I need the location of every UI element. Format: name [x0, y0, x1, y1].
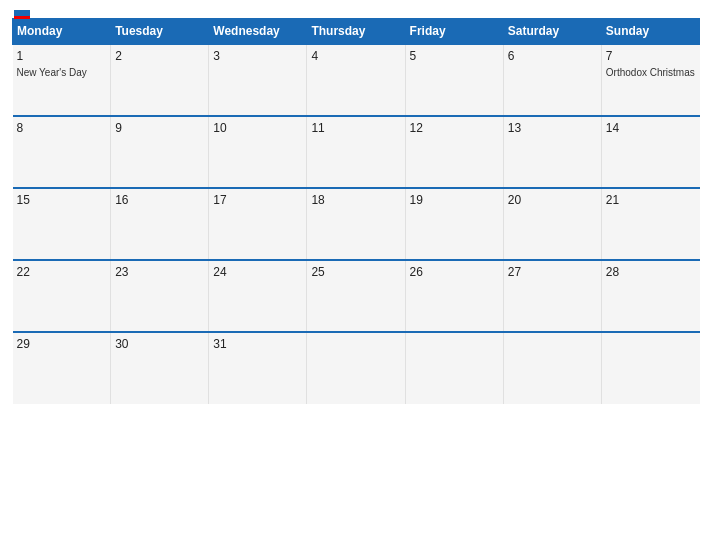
day-number: 14 [606, 121, 696, 135]
calendar-cell: 5 [405, 44, 503, 116]
calendar-tbody: 1New Year's Day234567Orthodox Christmas8… [13, 44, 700, 404]
svg-rect-1 [14, 16, 30, 19]
svg-rect-2 [14, 19, 30, 22]
day-number: 2 [115, 49, 204, 63]
calendar-cell: 9 [111, 116, 209, 188]
week-row-2: 891011121314 [13, 116, 700, 188]
calendar-cell [601, 332, 699, 404]
day-number: 16 [115, 193, 204, 207]
calendar-container: MondayTuesdayWednesdayThursdayFridaySatu… [0, 0, 712, 550]
day-number: 22 [17, 265, 107, 279]
day-number: 1 [17, 49, 107, 63]
week-row-5: 293031 [13, 332, 700, 404]
calendar-cell: 22 [13, 260, 111, 332]
weekday-header-friday: Friday [405, 19, 503, 45]
logo-flag-icon [14, 10, 30, 22]
calendar-cell: 12 [405, 116, 503, 188]
day-number: 5 [410, 49, 499, 63]
day-number: 27 [508, 265, 597, 279]
day-number: 15 [17, 193, 107, 207]
day-number: 3 [213, 49, 302, 63]
logo [12, 10, 30, 22]
day-number: 29 [17, 337, 107, 351]
calendar-cell: 29 [13, 332, 111, 404]
day-number: 7 [606, 49, 696, 63]
calendar-cell: 1New Year's Day [13, 44, 111, 116]
calendar-cell: 17 [209, 188, 307, 260]
day-number: 13 [508, 121, 597, 135]
day-number: 21 [606, 193, 696, 207]
calendar-cell: 31 [209, 332, 307, 404]
weekday-header-monday: Monday [13, 19, 111, 45]
calendar-cell: 7Orthodox Christmas [601, 44, 699, 116]
calendar-thead: MondayTuesdayWednesdayThursdayFridaySatu… [13, 19, 700, 45]
calendar-cell: 20 [503, 188, 601, 260]
weekday-header-thursday: Thursday [307, 19, 405, 45]
day-number: 17 [213, 193, 302, 207]
day-number: 9 [115, 121, 204, 135]
weekday-header-saturday: Saturday [503, 19, 601, 45]
day-number: 26 [410, 265, 499, 279]
holiday-label: New Year's Day [17, 67, 87, 78]
calendar-cell: 2 [111, 44, 209, 116]
calendar-cell: 15 [13, 188, 111, 260]
day-number: 24 [213, 265, 302, 279]
calendar-cell: 25 [307, 260, 405, 332]
calendar-cell: 21 [601, 188, 699, 260]
holiday-label: Orthodox Christmas [606, 67, 695, 78]
day-number: 12 [410, 121, 499, 135]
calendar-table: MondayTuesdayWednesdayThursdayFridaySatu… [12, 18, 700, 404]
calendar-cell: 18 [307, 188, 405, 260]
calendar-cell: 26 [405, 260, 503, 332]
calendar-cell: 4 [307, 44, 405, 116]
day-number: 25 [311, 265, 400, 279]
weekday-header-tuesday: Tuesday [111, 19, 209, 45]
day-number: 31 [213, 337, 302, 351]
calendar-cell: 3 [209, 44, 307, 116]
day-number: 6 [508, 49, 597, 63]
calendar-cell [307, 332, 405, 404]
calendar-cell: 27 [503, 260, 601, 332]
weekday-header-sunday: Sunday [601, 19, 699, 45]
week-row-3: 15161718192021 [13, 188, 700, 260]
weekday-header-row: MondayTuesdayWednesdayThursdayFridaySatu… [13, 19, 700, 45]
calendar-cell: 28 [601, 260, 699, 332]
calendar-cell: 14 [601, 116, 699, 188]
day-number: 23 [115, 265, 204, 279]
week-row-4: 22232425262728 [13, 260, 700, 332]
calendar-cell: 8 [13, 116, 111, 188]
day-number: 30 [115, 337, 204, 351]
calendar-cell: 6 [503, 44, 601, 116]
svg-rect-0 [14, 10, 30, 16]
calendar-cell [503, 332, 601, 404]
calendar-cell: 16 [111, 188, 209, 260]
day-number: 8 [17, 121, 107, 135]
calendar-cell: 30 [111, 332, 209, 404]
day-number: 20 [508, 193, 597, 207]
day-number: 19 [410, 193, 499, 207]
calendar-cell [405, 332, 503, 404]
calendar-cell: 19 [405, 188, 503, 260]
day-number: 11 [311, 121, 400, 135]
day-number: 4 [311, 49, 400, 63]
calendar-cell: 13 [503, 116, 601, 188]
calendar-cell: 24 [209, 260, 307, 332]
calendar-cell: 10 [209, 116, 307, 188]
calendar-cell: 11 [307, 116, 405, 188]
weekday-header-wednesday: Wednesday [209, 19, 307, 45]
day-number: 28 [606, 265, 696, 279]
day-number: 10 [213, 121, 302, 135]
day-number: 18 [311, 193, 400, 207]
week-row-1: 1New Year's Day234567Orthodox Christmas [13, 44, 700, 116]
calendar-cell: 23 [111, 260, 209, 332]
